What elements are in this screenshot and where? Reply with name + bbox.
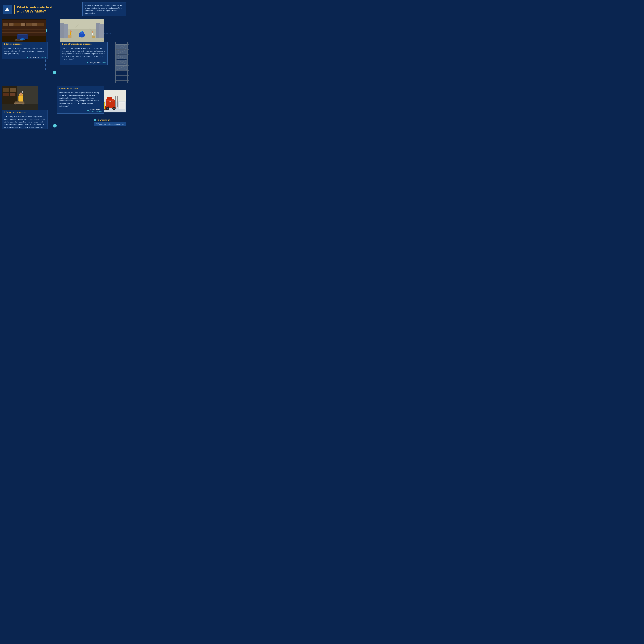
svg-rect-10 xyxy=(26,23,32,26)
main-content: Sharko25 xyxy=(0,18,129,129)
rack-decoration xyxy=(115,42,129,83)
learn-more-section: LEARN MORE: ANTdriven.com/what-to-automa… xyxy=(94,119,126,126)
image-warehouse-robots xyxy=(60,19,104,42)
section-2-attribution: Thierry Delmas/Kivnon xyxy=(60,61,107,65)
section-1-header: 1. Simple processes xyxy=(2,42,48,46)
section-2-box: 2. Long transportation processes "The lo… xyxy=(60,42,108,65)
svg-text:TOYOTA: TOYOTA xyxy=(109,101,113,102)
svg-rect-100 xyxy=(116,44,127,49)
svg-rect-1 xyxy=(2,20,46,36)
svg-point-33 xyxy=(81,31,82,32)
circle-deco-5 xyxy=(53,124,57,128)
section-4-quote: "Processes that don't require dynamic de… xyxy=(57,90,104,108)
svg-rect-81 xyxy=(127,42,128,83)
deco-line-v3 xyxy=(55,72,55,116)
attr-arrow-4 xyxy=(87,110,89,111)
svg-point-57 xyxy=(22,104,24,105)
svg-rect-103 xyxy=(116,60,127,65)
page-header: What to automate first with AGVs/AMRs? T… xyxy=(0,0,129,18)
svg-rect-101 xyxy=(116,50,127,54)
logo-icon xyxy=(5,7,10,11)
svg-point-37 xyxy=(92,31,93,33)
svg-rect-6 xyxy=(3,23,8,26)
svg-point-69 xyxy=(107,108,108,109)
section-4-box: 4. Monotonous tasks "Processes that don'… xyxy=(57,86,104,114)
svg-point-35 xyxy=(70,30,72,32)
header-description: Thinking of introducing automated guided… xyxy=(82,2,126,16)
svg-rect-104 xyxy=(116,65,127,70)
svg-rect-45 xyxy=(10,88,16,92)
section-2-header: 2. Long transportation processes xyxy=(60,42,107,46)
learn-more-url[interactable]: ANTdriven.com/what-to-automate-first xyxy=(94,122,126,126)
svg-rect-79 xyxy=(120,103,125,109)
svg-rect-46 xyxy=(3,93,9,96)
svg-rect-9 xyxy=(21,23,25,26)
svg-rect-38 xyxy=(68,35,71,38)
learn-more-label: LEARN MORE: xyxy=(94,119,126,121)
svg-point-53 xyxy=(19,92,23,96)
svg-rect-66 xyxy=(117,96,118,107)
svg-rect-87 xyxy=(115,70,129,71)
header-divider xyxy=(14,5,15,14)
svg-rect-12 xyxy=(37,23,44,26)
svg-rect-8 xyxy=(14,23,21,26)
svg-rect-25 xyxy=(64,24,68,38)
svg-point-17 xyxy=(25,39,27,40)
svg-rect-34 xyxy=(70,32,71,35)
learn-more-icon xyxy=(94,119,96,121)
svg-rect-89 xyxy=(115,80,129,81)
svg-rect-47 xyxy=(10,93,15,96)
header-title: What to automate first with AGVs/AMRs? xyxy=(17,5,79,14)
svg-rect-7 xyxy=(9,23,14,26)
image-worker-pallet xyxy=(2,86,38,110)
deco-line-h1 xyxy=(45,31,61,31)
section-2-quote: "The longer the transport distances, the… xyxy=(60,46,107,61)
svg-rect-62 xyxy=(107,97,112,100)
section-1-box: 1. Simple processes "Automate the simple… xyxy=(2,42,48,59)
logo-box xyxy=(3,5,12,14)
svg-rect-39 xyxy=(92,36,95,38)
section-3-quote: "AGVs are great candidates for automatin… xyxy=(2,114,48,129)
attr-arrow-1 xyxy=(27,56,28,58)
svg-rect-50 xyxy=(18,96,19,101)
svg-point-70 xyxy=(113,108,115,109)
svg-rect-102 xyxy=(116,55,127,59)
svg-point-56 xyxy=(15,104,16,105)
svg-rect-44 xyxy=(3,88,9,92)
svg-rect-36 xyxy=(92,33,93,35)
svg-rect-14 xyxy=(18,34,27,35)
svg-rect-55 xyxy=(15,101,24,103)
svg-rect-24 xyxy=(60,23,64,38)
section-1-quote: "Automate the simple ones that don't nee… xyxy=(2,46,48,56)
svg-rect-11 xyxy=(32,23,37,26)
svg-rect-88 xyxy=(115,75,129,76)
svg-rect-27 xyxy=(99,24,104,38)
svg-rect-80 xyxy=(115,42,116,83)
section-3-header: 3. Dangerous processes xyxy=(2,110,48,114)
circle-deco-3 xyxy=(53,71,56,74)
section-4-attribution: Michael Marcum Bastian Solutions xyxy=(57,108,104,113)
svg-rect-65 xyxy=(115,96,116,107)
section-3-box: 3. Dangerous processes "AGVs are great c… xyxy=(2,110,48,129)
image-agv-robot: Sharko25 xyxy=(2,19,46,42)
attr-arrow-2 xyxy=(87,62,88,63)
svg-rect-63 xyxy=(105,106,106,110)
section-1-attribution: Thierry Delmas/Kivnon xyxy=(2,56,48,59)
svg-text:Sharko25: Sharko25 xyxy=(16,39,21,41)
section-4-header: 4. Monotonous tasks xyxy=(57,86,104,90)
